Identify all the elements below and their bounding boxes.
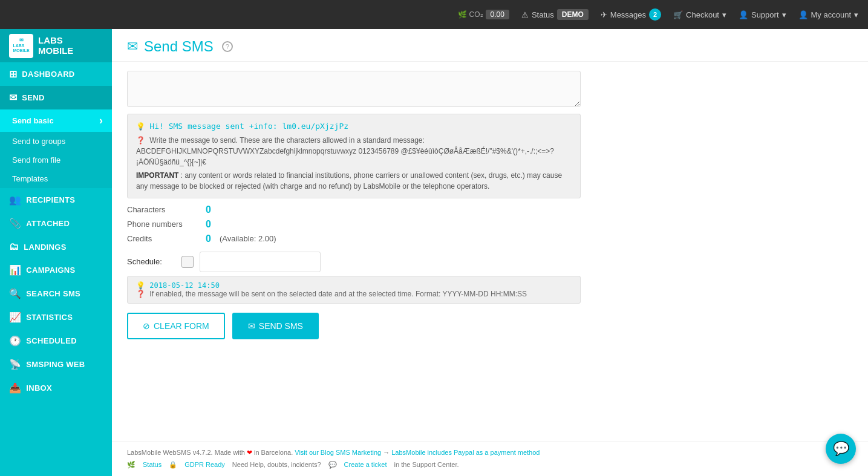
footer-row2: 🌿 Status 🔒 GDPR Ready Need Help, doubts,… xyxy=(127,459,853,471)
sidebar-item-scheduled[interactable]: 🕐 SCHEDULED xyxy=(0,329,112,353)
campaigns-icon: 📊 xyxy=(9,264,21,276)
sidebar-item-attached[interactable]: 📎 ATTACHED xyxy=(0,212,112,235)
footer-status-link[interactable]: Status xyxy=(143,459,162,471)
credits-stat: Credits 0 (Available: 2.00) xyxy=(127,233,853,244)
attached-label: ATTACHED xyxy=(26,219,70,228)
send-basic-label: Send basic xyxy=(12,116,54,125)
message-textarea[interactable] xyxy=(127,71,581,107)
sidebar-item-smsping[interactable]: 📡 SMSPING WEB xyxy=(0,353,112,376)
sidebar-item-inbox[interactable]: 📥 INBOX xyxy=(0,376,112,400)
topnav: 🌿 CO₂ 0.00 ⚠ Status DEMO ✈ Messages 2 🛒 … xyxy=(0,0,868,29)
schedule-input[interactable] xyxy=(200,252,321,272)
footer-support-center: in the Support Center. xyxy=(394,459,459,471)
support-icon: 👤 xyxy=(739,10,748,19)
sidebar-item-campaigns[interactable]: 📊 CAMPAIGNS xyxy=(0,258,112,282)
logo-text: LABS MOBILE xyxy=(38,36,73,56)
schedule-bulb-icon: 💡 xyxy=(136,281,145,290)
messages-count: 2 xyxy=(649,8,661,21)
messages-label: Messages xyxy=(610,10,646,19)
footer: LabsMobile WebSMS v4.7.2. Made with ❤ in… xyxy=(112,442,868,476)
credits-label: Credits xyxy=(127,234,200,243)
checkout-label: Checkout xyxy=(686,10,719,19)
clear-form-button[interactable]: ⊘ CLEAR FORM xyxy=(127,313,225,339)
smsping-icon: 📡 xyxy=(9,359,21,370)
recipients-icon: 👥 xyxy=(9,194,21,206)
characters-value: 0 xyxy=(206,204,211,215)
footer-heart: ❤ xyxy=(247,449,252,456)
schedule-checkbox[interactable] xyxy=(181,256,194,268)
credits-available: (Available: 2.00) xyxy=(220,234,276,243)
send-sms-button[interactable]: ✉ SEND SMS xyxy=(232,313,319,339)
search-sms-icon: 🔍 xyxy=(9,288,21,299)
checkout-nav[interactable]: 🛒 Checkout ▾ xyxy=(673,10,726,19)
landings-icon: 🗂 xyxy=(9,241,19,252)
dashboard-label: DASHBOARD xyxy=(22,70,74,79)
main-content: ✉ Send SMS ? 💡 Hi! SMS message sent +inf… xyxy=(112,29,868,476)
footer-made-with: Made with xyxy=(215,449,245,456)
status-indicator: ⚠ Status DEMO xyxy=(521,9,589,20)
phone-numbers-stat: Phone numbers 0 xyxy=(127,219,853,230)
footer-blog-link[interactable]: Visit our Blog SMS Marketing xyxy=(295,449,381,456)
campaigns-label: CAMPAIGNS xyxy=(26,266,75,275)
schedule-date-example: 2018-05-12 14:50 xyxy=(149,281,220,290)
help-icon[interactable]: ? xyxy=(222,41,233,52)
sidebar-item-send[interactable]: ✉ SEND xyxy=(0,86,112,109)
characters-label: Characters xyxy=(127,205,200,214)
sidebar-item-dashboard[interactable]: ⊞ DASHBOARD xyxy=(0,62,112,86)
sms-preview: Hi! SMS message sent +info: lm0.eu/pXjzj… xyxy=(149,122,348,131)
footer-paypal-link[interactable]: LabsMobile includes Paypal as a payment … xyxy=(391,449,540,456)
credits-value: 0 xyxy=(206,233,211,244)
sidebar-item-search-sms[interactable]: 🔍 SEARCH SMS xyxy=(0,282,112,305)
chat-bubble[interactable]: 💬 xyxy=(826,434,856,464)
btn-row: ⊘ CLEAR FORM ✉ SEND SMS xyxy=(127,313,853,339)
templates-label: Templates xyxy=(12,174,48,183)
logo-icon: ✉ LABSMOBILE xyxy=(9,34,33,58)
page-header-icon: ✉ xyxy=(127,39,138,54)
inbox-label: INBOX xyxy=(26,383,52,393)
info-help-icon: ❓ xyxy=(136,136,145,145)
sidebar-logo: ✉ LABSMOBILE LABS MOBILE xyxy=(0,29,112,62)
schedule-label: Schedule: xyxy=(127,257,175,266)
account-label: My account xyxy=(811,10,851,19)
send-sms-label: SEND SMS xyxy=(259,321,303,331)
chat-icon: 💬 xyxy=(833,441,849,457)
status-label: Status xyxy=(532,10,554,19)
clear-icon: ⊘ xyxy=(143,321,150,331)
sidebar-item-landings[interactable]: 🗂 LANDINGS xyxy=(0,235,112,258)
scheduled-icon: 🕐 xyxy=(9,335,21,347)
sidebar-item-statistics[interactable]: 📈 STATISTICS xyxy=(0,305,112,329)
phone-numbers-value: 0 xyxy=(206,219,211,230)
send-label: SEND xyxy=(22,93,44,102)
footer-version: LabsMobile WebSMS v4.7.2. xyxy=(127,449,213,456)
warning-icon: ⚠ xyxy=(521,10,529,19)
co2-icon: 🌿 xyxy=(458,10,467,19)
characters-stat: Characters 0 xyxy=(127,204,853,215)
chars-info-text: Write the message to send. These are the… xyxy=(136,136,554,166)
footer-arrow: → xyxy=(383,449,390,456)
send-nav-icon: ✉ xyxy=(9,92,17,103)
footer-gdpr-link[interactable]: GDPR Ready xyxy=(184,459,225,471)
support-chevron: ▾ xyxy=(782,10,786,19)
comment-icon: 💬 xyxy=(328,459,337,471)
status-badge: DEMO xyxy=(557,9,589,20)
sidebar-item-templates[interactable]: Templates xyxy=(0,169,112,188)
info-box: 💡 Hi! SMS message sent +info: lm0.eu/pXj… xyxy=(127,114,581,198)
schedule-hint: 💡 2018-05-12 14:50 ❓ If enabled, the mes… xyxy=(127,276,581,304)
footer-barcelona: in Barcelona. xyxy=(254,449,293,456)
messages-nav[interactable]: ✈ Messages 2 xyxy=(601,8,661,21)
sidebar-item-send-groups[interactable]: Send to groups xyxy=(0,132,112,151)
smsping-label: SMSPING WEB xyxy=(26,360,85,369)
schedule-hint-text: If enabled, the message will be sent on … xyxy=(149,290,527,298)
support-label: Support xyxy=(751,10,779,19)
footer-ticket-link[interactable]: Create a ticket xyxy=(344,459,387,471)
my-account-nav[interactable]: 👤 My account ▾ xyxy=(798,10,858,19)
send-icon: ✈ xyxy=(601,10,607,19)
support-nav[interactable]: 👤 Support ▾ xyxy=(739,10,786,19)
sidebar-item-send-file[interactable]: Send from file xyxy=(0,151,112,169)
sidebar-item-recipients[interactable]: 👥 RECIPIENTS xyxy=(0,188,112,212)
attached-icon: 📎 xyxy=(9,218,21,229)
bulb-icon: 💡 xyxy=(136,122,145,131)
stats-row: Characters 0 Phone numbers 0 Credits 0 (… xyxy=(127,204,853,244)
sidebar-item-send-basic[interactable]: Send basic xyxy=(0,109,112,132)
inbox-icon: 📥 xyxy=(9,382,21,394)
